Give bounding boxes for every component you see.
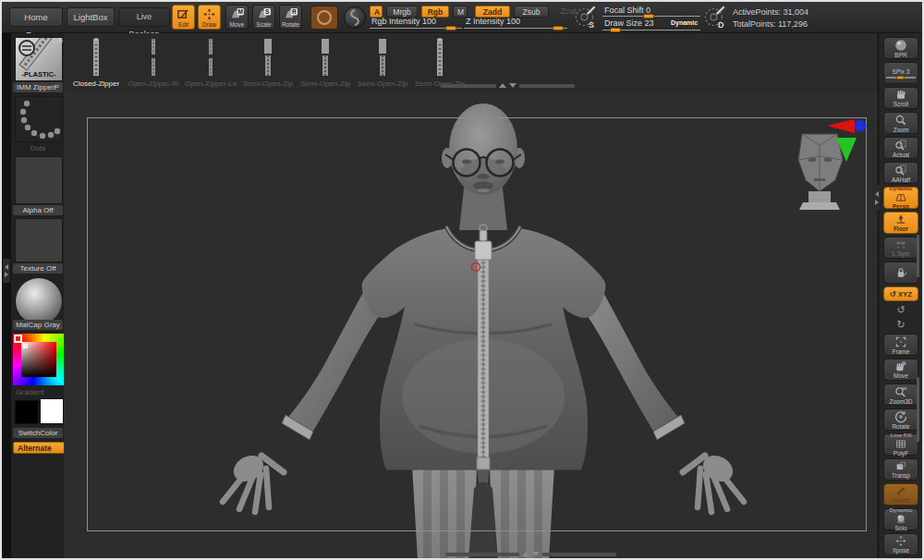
right-scrollbar-segment[interactable]: [917, 235, 919, 277]
zipper-thumbnail-icon: [374, 35, 391, 79]
brush-name-label[interactable]: IMM ZipperP: [13, 82, 63, 92]
axis-x-arrow: [827, 119, 855, 133]
right-divider-handle[interactable]: [873, 185, 880, 211]
focal-shift-slider[interactable]: [602, 16, 700, 17]
color-picker[interactable]: [13, 334, 65, 385]
brush-variant-5[interactable]: Semi-Open-Zip: [354, 35, 411, 89]
rgb-intensity-slider[interactable]: [370, 28, 462, 29]
right-shelf-item-persp[interactable]: DynamicPersp: [883, 187, 918, 209]
right-shelf-item-polyf[interactable]: Line FillPolyF: [883, 433, 918, 456]
current-brush-thumbnail[interactable]: -PLASTIC-: [15, 37, 63, 81]
brush-variant-2[interactable]: Open-Zipper-Le: [182, 35, 239, 89]
transp-label: Transp: [892, 472, 910, 479]
strip-divider-handle[interactable]: [441, 82, 575, 89]
right-shelf-item-lsym[interactable]: L.Sym: [883, 237, 918, 259]
draw-button[interactable]: Draw: [198, 5, 221, 30]
brush-variant-3[interactable]: Semi-Open-Zip: [239, 35, 297, 89]
right-shelf-item-rotate-axis-1[interactable]: ↺: [883, 304, 918, 316]
main-color-swatch[interactable]: [15, 400, 39, 424]
stroke-dial-s-icon[interactable]: S: [573, 5, 598, 30]
right-shelf-item-rotate-axis-2[interactable]: ↻: [883, 319, 918, 331]
z-intensity-slider[interactable]: [464, 28, 567, 29]
sv-selector[interactable]: [23, 344, 28, 348]
right-shelf-item-rotate[interactable]: Rotate: [883, 408, 918, 431]
right-shelf-item-solo[interactable]: DynamicSolo: [883, 508, 918, 530]
right-shelf-item-xyz[interactable]: ↺ XYZ: [883, 286, 918, 301]
brush-preview-icon[interactable]: [310, 6, 338, 30]
zipper-thumbnail-icon: [317, 35, 334, 79]
ghost-icon: [894, 485, 907, 497]
right-shelf-item-local[interactable]: [883, 262, 918, 284]
spix-slider[interactable]: [886, 77, 916, 79]
right-shelf-item-transp[interactable]: Transp: [883, 458, 918, 481]
canvas-divider-handle[interactable]: [445, 551, 616, 557]
right-shelf-item-spix[interactable]: SPix 3: [883, 62, 918, 84]
right-shelf-item-floor[interactable]: Floor: [883, 212, 918, 234]
svg-text:S: S: [265, 8, 270, 15]
brush-variant-label: Closed-Zipper: [73, 79, 119, 89]
right-shelf-item-move[interactable]: Move: [883, 359, 918, 381]
ghost-label: Ghost: [893, 497, 908, 504]
right-scrollbar-segment[interactable]: [917, 377, 919, 442]
matcap-label[interactable]: MatCap Gray: [13, 320, 63, 330]
lightbox-button[interactable]: LightBox: [67, 7, 115, 27]
left-divider-handle[interactable]: [3, 259, 10, 283]
stroke-sphere-icon[interactable]: [344, 6, 366, 29]
secondary-color-swatch[interactable]: [40, 398, 64, 424]
switch-color-button[interactable]: SwitchColor: [13, 428, 63, 438]
right-shelf-item-bpr[interactable]: BPR: [883, 37, 918, 59]
edit-button[interactable]: Edit: [172, 5, 195, 30]
stroke-dial-d-icon[interactable]: D: [702, 5, 727, 30]
right-shelf-item-ghost[interactable]: Ghost: [883, 483, 918, 505]
brush-variant-label: Semi-Open-Zip: [300, 79, 350, 89]
move-label: Move: [894, 372, 908, 379]
draw-size-slider[interactable]: [602, 30, 700, 30]
right-shelf-item-scroll[interactable]: Scroll: [883, 87, 918, 109]
model-head: [442, 103, 525, 195]
z-intensity-label: Z Intensity 100: [466, 17, 520, 26]
right-shelf-item-actual[interactable]: Actual: [883, 137, 918, 159]
scale-button[interactable]: S Scale: [252, 5, 275, 30]
texture-label[interactable]: Texture Off: [13, 263, 63, 274]
matcap-thumbnail[interactable]: [15, 277, 63, 325]
home-page-button[interactable]: Home Page: [9, 7, 63, 27]
texture-thumbnail[interactable]: [15, 218, 63, 262]
live-boolean-button[interactable]: Live Boolean: [118, 7, 170, 27]
zipper-thumbnail-icon: [260, 35, 276, 79]
brush-variant-1[interactable]: Open-Zipper-Ri: [125, 35, 182, 89]
top-toolbar: Home Page LightBox Live Boolean Edit Dra…: [2, 2, 922, 33]
right-shelf-item-frame[interactable]: Frame: [883, 334, 918, 356]
floor-icon: [894, 213, 907, 225]
frame-label: Frame: [893, 348, 910, 355]
stroke-dots-thumbnail[interactable]: [15, 96, 63, 142]
viewport-canvas[interactable]: [64, 91, 877, 560]
total-points-readout: TotalPoints: 117,296: [733, 19, 808, 29]
floor-label: Floor: [894, 225, 908, 232]
right-shelf-item-zoom[interactable]: Zoom: [883, 112, 918, 134]
right-shelf-item-zoom3d[interactable]: 3DZoom3D: [883, 383, 918, 406]
gradient-label[interactable]: Gradient: [13, 387, 63, 397]
right-shelf-item-xpose[interactable]: Xpose: [883, 533, 918, 555]
viewport-3d-model[interactable]: [64, 91, 877, 560]
solo-label: Solo: [894, 525, 906, 531]
saturation-value-square[interactable]: [21, 342, 56, 377]
grid-icon: [894, 438, 907, 450]
brush-variant-label: Open-Zipper-Ri: [128, 79, 178, 89]
active-points-readout: ActivePoints: 31,004: [733, 7, 808, 17]
persp-icon: [894, 191, 907, 203]
magnifier-doc-icon: [894, 164, 907, 177]
brush-variant-0[interactable]: Closed-Zipper: [67, 35, 125, 89]
alpha-thumbnail[interactable]: [15, 156, 63, 204]
right-shelf-item-aahalf[interactable]: AAHalf: [883, 162, 918, 184]
rotate-button[interactable]: R Rotate: [279, 5, 302, 30]
alpha-label[interactable]: Alpha Off: [13, 205, 63, 215]
brush-variant-6[interactable]: Semi-Open-Zip: [411, 35, 468, 89]
svg-text:R: R: [292, 8, 297, 15]
move-button[interactable]: M Move: [225, 5, 249, 30]
move-doc-icon: M: [229, 6, 245, 21]
alternate-button[interactable]: Alternate: [13, 442, 65, 454]
spix-label: SPix 3: [893, 68, 910, 75]
stroke-label[interactable]: Dots: [13, 143, 63, 153]
brush-variant-4[interactable]: Semi-Open-Zip: [297, 35, 354, 89]
dynamic-stroke-label: Dynamic: [671, 19, 698, 26]
